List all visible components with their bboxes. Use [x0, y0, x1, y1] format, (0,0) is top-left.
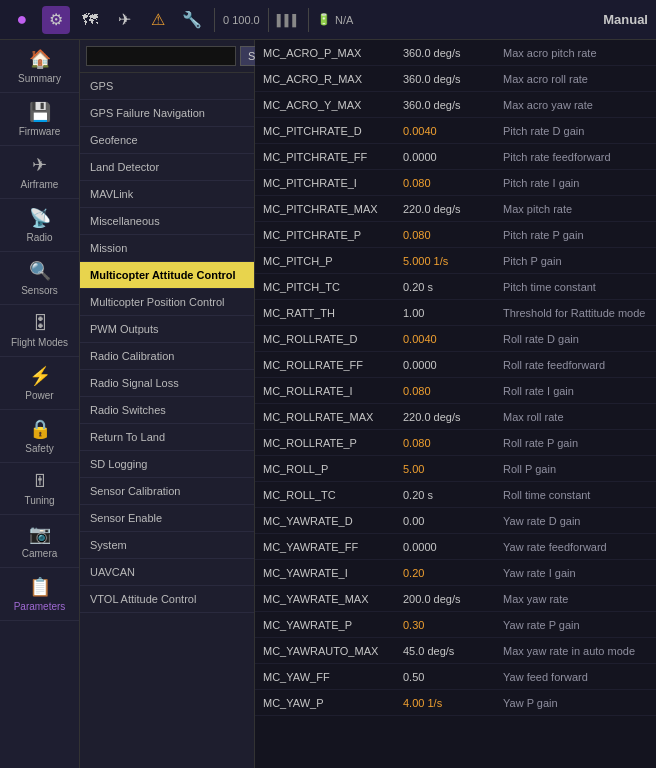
- nav-item-radio-signal-loss[interactable]: Radio Signal Loss: [80, 370, 254, 397]
- nav-item-gps[interactable]: GPS: [80, 73, 254, 100]
- param-value[interactable]: 5.00: [395, 459, 495, 479]
- param-value[interactable]: 0.080: [395, 381, 495, 401]
- param-row[interactable]: MC_YAWRATE_P0.30Yaw rate P gain: [255, 612, 656, 638]
- sidebar-item-power[interactable]: ⚡ Power: [0, 357, 79, 410]
- nav-item-radio-switches[interactable]: Radio Switches: [80, 397, 254, 424]
- sidebar-item-radio[interactable]: 📡 Radio: [0, 199, 79, 252]
- param-value[interactable]: 360.0 deg/s: [395, 95, 495, 115]
- nav-item-uavcan[interactable]: UAVCAN: [80, 559, 254, 586]
- param-row[interactable]: MC_YAW_P4.00 1/sYaw P gain: [255, 690, 656, 716]
- nav-item-sd-logging[interactable]: SD Logging: [80, 451, 254, 478]
- param-value[interactable]: 0.20: [395, 563, 495, 583]
- param-row[interactable]: MC_PITCHRATE_D0.0040Pitch rate D gain: [255, 118, 656, 144]
- param-row[interactable]: MC_ROLLRATE_MAX220.0 deg/sMax roll rate: [255, 404, 656, 430]
- param-row[interactable]: MC_ROLL_P5.00Roll P gain: [255, 456, 656, 482]
- param-value[interactable]: 200.0 deg/s: [395, 589, 495, 609]
- param-value[interactable]: 4.00 1/s: [395, 693, 495, 713]
- warning-icon[interactable]: ⚠: [144, 6, 172, 34]
- param-row[interactable]: MC_ROLLRATE_I0.080Roll rate I gain: [255, 378, 656, 404]
- nav-item-mission[interactable]: Mission: [80, 235, 254, 262]
- param-value[interactable]: 360.0 deg/s: [395, 69, 495, 89]
- map-icon[interactable]: 🗺: [76, 6, 104, 34]
- param-row[interactable]: MC_YAWRATE_I0.20Yaw rate I gain: [255, 560, 656, 586]
- param-row[interactable]: MC_ROLLRATE_FF0.0000Roll rate feedforwar…: [255, 352, 656, 378]
- param-value[interactable]: 0.0040: [395, 329, 495, 349]
- sidebar-item-summary[interactable]: 🏠 Summary: [0, 40, 79, 93]
- param-value[interactable]: 360.0 deg/s: [395, 43, 495, 63]
- nav-item-multicopter-attitude-control[interactable]: Multicopter Attitude Control: [80, 262, 254, 289]
- param-row[interactable]: MC_ACRO_P_MAX360.0 deg/sMax acro pitch r…: [255, 40, 656, 66]
- param-row[interactable]: MC_ROLLRATE_P0.080Roll rate P gain: [255, 430, 656, 456]
- param-value[interactable]: 0.20 s: [395, 277, 495, 297]
- param-row[interactable]: MC_ROLL_TC0.20 sRoll time constant: [255, 482, 656, 508]
- param-row[interactable]: MC_ROLLRATE_D0.0040Roll rate D gain: [255, 326, 656, 352]
- flight-modes-icon: 🎛: [31, 313, 49, 334]
- nav-item-mavlink[interactable]: MAVLink: [80, 181, 254, 208]
- param-row[interactable]: MC_YAWRATE_MAX200.0 deg/sMax yaw rate: [255, 586, 656, 612]
- param-desc: Roll P gain: [495, 459, 656, 479]
- param-row[interactable]: MC_YAWRATE_FF0.0000Yaw rate feedforward: [255, 534, 656, 560]
- radio-icon: 📡: [29, 207, 51, 229]
- sidebar-item-airframe[interactable]: ✈ Airframe: [0, 146, 79, 199]
- settings-glyph: ⚙: [49, 10, 63, 29]
- param-name: MC_PITCHRATE_MAX: [255, 199, 395, 219]
- param-value[interactable]: 0.30: [395, 615, 495, 635]
- param-name: MC_YAW_P: [255, 693, 395, 713]
- nav-item-multicopter-position-control[interactable]: Multicopter Position Control: [80, 289, 254, 316]
- param-row[interactable]: MC_PITCHRATE_FF0.0000Pitch rate feedforw…: [255, 144, 656, 170]
- param-value[interactable]: 0.00: [395, 511, 495, 531]
- fly-glyph: ✈: [118, 10, 131, 29]
- param-row[interactable]: MC_PITCHRATE_P0.080Pitch rate P gain: [255, 222, 656, 248]
- param-row[interactable]: MC_YAWRATE_D0.00Yaw rate D gain: [255, 508, 656, 534]
- param-row[interactable]: MC_PITCH_TC0.20 sPitch time constant: [255, 274, 656, 300]
- param-value[interactable]: 0.080: [395, 433, 495, 453]
- param-value[interactable]: 0.0000: [395, 355, 495, 375]
- settings-icon[interactable]: ⚙: [42, 6, 70, 34]
- app-icon[interactable]: ●: [8, 6, 36, 34]
- nav-item-geofence[interactable]: Geofence: [80, 127, 254, 154]
- sidebar-item-safety[interactable]: 🔒 Safety: [0, 410, 79, 463]
- param-value[interactable]: 220.0 deg/s: [395, 199, 495, 219]
- tuning-label: Tuning: [24, 495, 54, 506]
- sidebar-item-flight-modes[interactable]: 🎛 Flight Modes: [0, 305, 79, 357]
- sidebar-item-parameters[interactable]: 📋 Parameters: [0, 568, 79, 621]
- sidebar-item-camera[interactable]: 📷 Camera: [0, 515, 79, 568]
- param-value[interactable]: 0.0000: [395, 147, 495, 167]
- param-row[interactable]: MC_YAWRAUTO_MAX45.0 deg/sMax yaw rate in…: [255, 638, 656, 664]
- nav-item-miscellaneous[interactable]: Miscellaneous: [80, 208, 254, 235]
- param-value[interactable]: 1.00: [395, 303, 495, 323]
- middle-panel: Search GPSGPS Failure NavigationGeofence…: [80, 40, 255, 768]
- nav-item-land-detector[interactable]: Land Detector: [80, 154, 254, 181]
- param-value[interactable]: 0.080: [395, 225, 495, 245]
- param-row[interactable]: MC_YAW_FF0.50Yaw feed forward: [255, 664, 656, 690]
- nav-item-system[interactable]: System: [80, 532, 254, 559]
- nav-item-sensor-calibration[interactable]: Sensor Calibration: [80, 478, 254, 505]
- param-row[interactable]: MC_RATT_TH1.00Threshold for Rattitude mo…: [255, 300, 656, 326]
- sidebar-item-sensors[interactable]: 🔍 Sensors: [0, 252, 79, 305]
- param-value[interactable]: 0.20 s: [395, 485, 495, 505]
- sidebar-item-firmware[interactable]: 💾 Firmware: [0, 93, 79, 146]
- param-row[interactable]: MC_PITCHRATE_MAX220.0 deg/sMax pitch rat…: [255, 196, 656, 222]
- search-input[interactable]: [86, 46, 236, 66]
- wrench-icon[interactable]: 🔧: [178, 6, 206, 34]
- param-value[interactable]: 220.0 deg/s: [395, 407, 495, 427]
- param-value[interactable]: 0.50: [395, 667, 495, 687]
- sidebar-item-tuning[interactable]: 🎚 Tuning: [0, 463, 79, 515]
- nav-item-vtol-attitude-control[interactable]: VTOL Attitude Control: [80, 586, 254, 613]
- param-value[interactable]: 5.000 1/s: [395, 251, 495, 271]
- fly-icon[interactable]: ✈: [110, 6, 138, 34]
- nav-item-radio-calibration[interactable]: Radio Calibration: [80, 343, 254, 370]
- param-value[interactable]: 0.080: [395, 173, 495, 193]
- nav-item-pwm-outputs[interactable]: PWM Outputs: [80, 316, 254, 343]
- param-row[interactable]: MC_PITCH_P5.000 1/sPitch P gain: [255, 248, 656, 274]
- param-value[interactable]: 45.0 deg/s: [395, 641, 495, 661]
- param-value[interactable]: 0.0000: [395, 537, 495, 557]
- nav-item-sensor-enable[interactable]: Sensor Enable: [80, 505, 254, 532]
- param-row[interactable]: MC_PITCHRATE_I0.080Pitch rate I gain: [255, 170, 656, 196]
- param-value[interactable]: 0.0040: [395, 121, 495, 141]
- param-row[interactable]: MC_ACRO_Y_MAX360.0 deg/sMax acro yaw rat…: [255, 92, 656, 118]
- nav-item-gps-failure-navigation[interactable]: GPS Failure Navigation: [80, 100, 254, 127]
- nav-item-return-to-land[interactable]: Return To Land: [80, 424, 254, 451]
- nav-list: GPSGPS Failure NavigationGeofenceLand De…: [80, 73, 254, 768]
- param-row[interactable]: MC_ACRO_R_MAX360.0 deg/sMax acro roll ra…: [255, 66, 656, 92]
